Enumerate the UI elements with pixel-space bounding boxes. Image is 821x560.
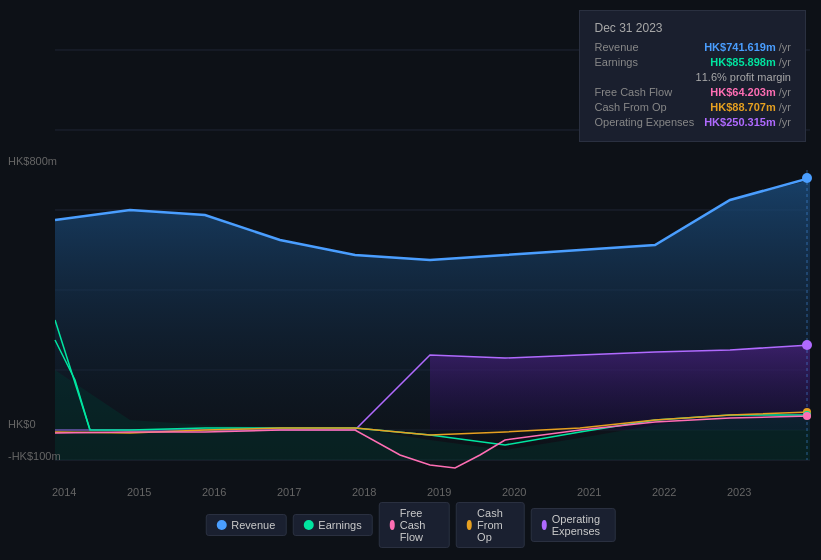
tooltip-revenue-value: HK$741.619m /yr xyxy=(704,41,791,53)
x-label-2017: 2017 xyxy=(277,486,301,498)
tooltip-profit-margin: 11.6% profit margin xyxy=(696,71,791,83)
legend-dot-cashop xyxy=(467,520,472,530)
tooltip-fcf-row: Free Cash Flow HK$64.203m /yr xyxy=(594,86,791,98)
legend-label-revenue: Revenue xyxy=(231,519,275,531)
legend-label-cashop: Cash From Op xyxy=(477,507,513,543)
x-label-2023: 2023 xyxy=(727,486,751,498)
tooltip-revenue-row: Revenue HK$741.619m /yr xyxy=(594,41,791,53)
y-label-0: HK$0 xyxy=(8,418,36,430)
legend-item-cashop[interactable]: Cash From Op xyxy=(456,502,524,548)
tooltip-fcf-value: HK$64.203m /yr xyxy=(710,86,791,98)
tooltip-revenue-label: Revenue xyxy=(594,41,638,53)
legend-label-opex: Operating Expenses xyxy=(552,513,605,537)
legend-dot-opex xyxy=(541,520,546,530)
data-tooltip: Dec 31 2023 Revenue HK$741.619m /yr Earn… xyxy=(579,10,806,142)
svg-point-12 xyxy=(802,173,812,183)
tooltip-earnings-value: HK$85.898m /yr xyxy=(710,56,791,68)
tooltip-cashop-value: HK$88.707m /yr xyxy=(710,101,791,113)
legend-item-fcf[interactable]: Free Cash Flow xyxy=(379,502,450,548)
legend-label-fcf: Free Cash Flow xyxy=(400,507,439,543)
y-label-neg100m: -HK$100m xyxy=(8,450,61,462)
x-label-2014: 2014 xyxy=(52,486,76,498)
tooltip-opex-label: Operating Expenses xyxy=(594,116,694,128)
legend-dot-earnings xyxy=(303,520,313,530)
x-label-2018: 2018 xyxy=(352,486,376,498)
x-label-2019: 2019 xyxy=(427,486,451,498)
legend-dot-fcf xyxy=(390,520,395,530)
svg-point-13 xyxy=(802,340,812,350)
chart-container: HK$800m HK$0 -HK$100m 2014 2015 2016 201… xyxy=(0,0,821,560)
x-label-2021: 2021 xyxy=(577,486,601,498)
y-label-800m: HK$800m xyxy=(8,155,57,167)
tooltip-earnings-label: Earnings xyxy=(594,56,637,68)
x-label-2016: 2016 xyxy=(202,486,226,498)
tooltip-date: Dec 31 2023 xyxy=(594,21,791,35)
tooltip-cashop-row: Cash From Op HK$88.707m /yr xyxy=(594,101,791,113)
tooltip-earnings-row: Earnings HK$85.898m /yr xyxy=(594,56,791,68)
legend-dot-revenue xyxy=(216,520,226,530)
tooltip-opex-value: HK$250.315m /yr xyxy=(704,116,791,128)
tooltip-cashop-label: Cash From Op xyxy=(594,101,666,113)
legend-item-revenue[interactable]: Revenue xyxy=(205,514,286,536)
legend-label-earnings: Earnings xyxy=(318,519,361,531)
tooltip-fcf-label: Free Cash Flow xyxy=(594,86,672,98)
tooltip-opex-row: Operating Expenses HK$250.315m /yr xyxy=(594,116,791,128)
x-label-2022: 2022 xyxy=(652,486,676,498)
x-label-2015: 2015 xyxy=(127,486,151,498)
svg-point-16 xyxy=(803,412,811,420)
chart-legend: Revenue Earnings Free Cash Flow Cash Fro… xyxy=(205,502,616,548)
legend-item-opex[interactable]: Operating Expenses xyxy=(530,508,615,542)
x-label-2020: 2020 xyxy=(502,486,526,498)
legend-item-earnings[interactable]: Earnings xyxy=(292,514,372,536)
